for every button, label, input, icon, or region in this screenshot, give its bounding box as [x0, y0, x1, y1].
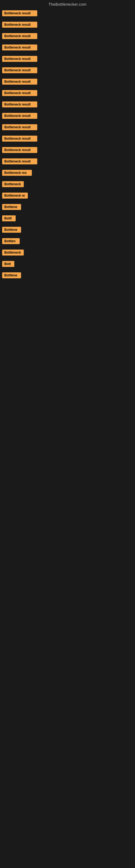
bottleneck-item[interactable]: Bottleneck result [2, 22, 37, 28]
bottleneck-item[interactable]: Bottleneck result [2, 147, 37, 153]
bottleneck-label: Bottl [2, 215, 16, 221]
bottleneck-item[interactable]: Bottlene [2, 204, 21, 210]
bottleneck-row: Bottleneck result [0, 65, 135, 76]
bottleneck-row: Bottleneck result [0, 42, 135, 53]
bottleneck-row: Bott [0, 258, 135, 270]
bottleneck-item[interactable]: Bott [2, 261, 14, 267]
bottleneck-item[interactable]: Bottleneck result [2, 79, 37, 85]
bottleneck-label: Bottleneck result [2, 135, 37, 142]
bottleneck-row: Bottlen [0, 236, 135, 247]
bottleneck-label: Bottleneck re [2, 193, 28, 198]
bottleneck-item[interactable]: Bottleneck result [2, 33, 37, 39]
bottleneck-item[interactable]: Bottleneck re [2, 193, 28, 198]
bottleneck-row: Bottleneck res [0, 167, 135, 179]
bottleneck-row: Bottleneck result [0, 99, 135, 110]
bottleneck-label: Bottleneck res [2, 170, 32, 176]
bottleneck-label: Bottleneck result [2, 22, 37, 28]
bottleneck-label: Bottlene [2, 204, 21, 210]
bottleneck-row: Bottl [0, 213, 135, 224]
bottleneck-label: Bott [2, 261, 14, 267]
bottleneck-label: Bottleneck [2, 250, 24, 255]
bottleneck-row: Bottlene [0, 201, 135, 213]
bottleneck-item[interactable]: Bottleneck result [2, 67, 37, 73]
bottleneck-row: Bottleneck result [0, 76, 135, 87]
bottleneck-label: Bottlen [2, 238, 20, 244]
bottleneck-item[interactable]: Bottleneck result [2, 44, 37, 51]
bottleneck-row: Bottlene [0, 270, 135, 281]
bottleneck-label: Bottleneck result [2, 158, 37, 164]
site-header: TheBottlenecker.com [0, 0, 135, 8]
bottleneck-row: Bottlene [0, 224, 135, 236]
bottleneck-item[interactable]: Bottleneck result [2, 10, 37, 16]
bottleneck-row: Bottleneck result [0, 110, 135, 122]
bottleneck-label: Bottleneck result [2, 44, 37, 51]
bottleneck-row: Bottleneck result [0, 8, 135, 19]
bottleneck-row: Bottleneck result [0, 53, 135, 65]
bottleneck-row: Bottleneck result [0, 122, 135, 133]
bottleneck-item[interactable]: Bottleneck [2, 181, 24, 187]
bottleneck-label: Bottleneck result [2, 79, 37, 85]
bottleneck-item[interactable]: Bottleneck result [2, 158, 37, 164]
bottleneck-row: Bottleneck result [0, 19, 135, 30]
bottleneck-item[interactable]: Bottleneck result [2, 101, 37, 107]
bottleneck-item[interactable]: Bottleneck result [2, 124, 37, 130]
bottleneck-label: Bottleneck result [2, 10, 37, 16]
bottleneck-label: Bottleneck result [2, 147, 37, 153]
bottleneck-item[interactable]: Bottleneck [2, 250, 24, 255]
bottleneck-row: Bottleneck [0, 247, 135, 258]
items-container: Bottleneck resultBottleneck resultBottle… [0, 8, 135, 281]
bottleneck-row: Bottleneck re [0, 190, 135, 201]
site-title: TheBottlenecker.com [48, 2, 86, 6]
bottleneck-item[interactable]: Bottleneck result [2, 135, 37, 142]
bottleneck-item[interactable]: Bottlen [2, 238, 20, 244]
bottleneck-label: Bottleneck [2, 181, 24, 187]
bottleneck-row: Bottleneck result [0, 144, 135, 156]
bottleneck-item[interactable]: Bottl [2, 215, 16, 221]
bottleneck-label: Bottlene [2, 227, 21, 233]
bottleneck-label: Bottleneck result [2, 33, 37, 39]
bottleneck-item[interactable]: Bottleneck result [2, 56, 37, 62]
bottleneck-item[interactable]: Bottleneck res [2, 170, 32, 176]
bottleneck-row: Bottleneck result [0, 30, 135, 42]
bottleneck-item[interactable]: Bottlene [2, 272, 21, 278]
bottleneck-item[interactable]: Bottleneck result [2, 113, 37, 119]
bottleneck-row: Bottleneck [0, 179, 135, 190]
bottleneck-row: Bottleneck result [0, 156, 135, 167]
bottleneck-item[interactable]: Bottleneck result [2, 90, 37, 96]
bottleneck-label: Bottleneck result [2, 67, 37, 73]
bottleneck-label: Bottlene [2, 272, 21, 278]
bottleneck-row: Bottleneck result [0, 87, 135, 99]
bottleneck-label: Bottleneck result [2, 101, 37, 107]
footer-text: ... [1, 755, 4, 760]
bottleneck-label: Bottleneck result [2, 90, 37, 96]
bottleneck-row: Bottleneck result [0, 133, 135, 144]
bottleneck-label: Bottleneck result [2, 113, 37, 119]
bottleneck-label: Bottleneck result [2, 124, 37, 130]
bottleneck-label: Bottleneck result [2, 56, 37, 62]
bottleneck-item[interactable]: Bottlene [2, 227, 21, 233]
